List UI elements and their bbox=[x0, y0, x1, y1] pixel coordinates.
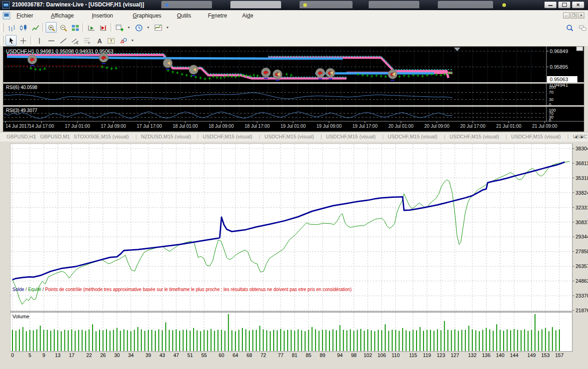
child-restore-button[interactable]: ❐ bbox=[570, 12, 577, 18]
svg-text:20 Jul 09:00: 20 Jul 09:00 bbox=[424, 124, 450, 129]
zoom-out-button[interactable] bbox=[58, 22, 69, 33]
text-label-icon: T bbox=[107, 37, 115, 45]
menu-outils[interactable]: Outils bbox=[174, 12, 194, 19]
svg-text:RSI(6) 40.0598: RSI(6) 40.0598 bbox=[6, 85, 37, 90]
periods-clock-button[interactable] bbox=[133, 22, 144, 33]
chart-tab-1[interactable]: GBPUSD,M1 bbox=[40, 134, 70, 139]
svg-text:17: 17 bbox=[69, 352, 74, 358]
text-label-button[interactable]: T bbox=[106, 35, 117, 46]
tab-separator: | bbox=[506, 134, 507, 139]
svg-text:0.95063: 0.95063 bbox=[550, 77, 568, 82]
menu-fenetre[interactable]: Fenetre bbox=[205, 12, 229, 19]
svg-text:5: 5 bbox=[29, 352, 31, 358]
indicators-button[interactable] bbox=[153, 22, 164, 33]
price-chart-canvas[interactable]: USDCHF,H1 0.94981 0.95098 0.94931 0.9506… bbox=[3, 47, 584, 131]
svg-text:18 Jul 09:00: 18 Jul 09:00 bbox=[209, 124, 234, 129]
svg-text:115: 115 bbox=[409, 352, 417, 358]
tester-panel: Testeur Solde / Equité / Points de contr… bbox=[0, 142, 588, 369]
line-chart-icon bbox=[31, 24, 39, 32]
svg-text:123: 123 bbox=[437, 352, 445, 358]
fibonacci-button[interactable]: F bbox=[82, 35, 93, 46]
crosshair-button[interactable] bbox=[18, 35, 29, 46]
line-chart-button[interactable] bbox=[29, 22, 41, 33]
svg-text:38304: 38304 bbox=[576, 146, 588, 151]
svg-text:136: 136 bbox=[482, 352, 490, 358]
chart-tab-4[interactable]: USDCHF,M15 (visual) bbox=[203, 134, 253, 139]
new-chart-button[interactable] bbox=[114, 22, 125, 33]
chart-tab-9[interactable]: USDCHF,M15 (visual) bbox=[511, 134, 561, 139]
chart-tab-7[interactable]: USDCHF,M15 (visual) bbox=[388, 134, 438, 139]
tester-graph-canvas[interactable]: Volume3830436811353183382432331308372934… bbox=[10, 143, 588, 358]
zoom-in-icon bbox=[47, 24, 55, 32]
periods-clock-dropdown-icon[interactable]: ▼ bbox=[145, 22, 151, 33]
svg-text:153: 153 bbox=[541, 352, 550, 358]
menu-aide[interactable]: Aide bbox=[240, 12, 256, 19]
indicators-dropdown-icon[interactable]: ▼ bbox=[165, 22, 171, 33]
search-button[interactable] bbox=[564, 22, 575, 33]
menu-insertion[interactable]: Insertion bbox=[89, 12, 116, 19]
svg-text:E: E bbox=[76, 42, 78, 45]
maximize-button[interactable] bbox=[558, 1, 570, 8]
periods-clock-icon bbox=[135, 24, 143, 32]
candlestick-chart-icon bbox=[19, 24, 27, 32]
chart-tab-0[interactable]: GBPUSD,H1 bbox=[6, 134, 36, 139]
auto-scroll-button[interactable] bbox=[86, 22, 97, 33]
chart-tab-8[interactable]: USDCHF,M15 (visual) bbox=[449, 134, 499, 139]
child-close-button[interactable]: ✕ bbox=[578, 12, 584, 18]
svg-text:102: 102 bbox=[364, 352, 372, 358]
close-button[interactable]: ✕ bbox=[572, 1, 584, 8]
horizontal-line-button[interactable] bbox=[46, 35, 57, 46]
vertical-line-icon bbox=[35, 37, 43, 45]
svg-text:9: 9 bbox=[42, 352, 45, 358]
tile-windows-icon bbox=[71, 24, 79, 32]
zoom-out-icon bbox=[59, 24, 67, 32]
svg-text:14 Jul 17:00: 14 Jul 17:00 bbox=[29, 124, 54, 129]
svg-text:30: 30 bbox=[549, 97, 553, 102]
vertical-line-button[interactable] bbox=[34, 35, 45, 46]
svg-text:0.95895: 0.95895 bbox=[550, 64, 568, 70]
title-bar: 2100036787: Darwinex-Live - [USDCHF,H1 (… bbox=[0, 0, 588, 10]
shapes-dropdown-icon[interactable]: ▼ bbox=[129, 35, 135, 46]
indicators-icon bbox=[154, 24, 162, 32]
svg-text:140: 140 bbox=[496, 352, 504, 358]
toolbar-drawing: EFAT▼ bbox=[0, 34, 588, 47]
menu-fichier[interactable]: Fichier bbox=[14, 12, 36, 19]
svg-text:30: 30 bbox=[114, 352, 120, 358]
new-chart-dropdown-icon[interactable]: ▼ bbox=[126, 22, 132, 33]
svg-text:20 Jul 01:00: 20 Jul 01:00 bbox=[388, 124, 414, 129]
svg-text:RSI(3) 49.3077: RSI(3) 49.3077 bbox=[6, 108, 37, 113]
tab-separator: | bbox=[567, 134, 569, 139]
equidistant-channel-button[interactable]: E bbox=[70, 35, 81, 46]
menu-affichage[interactable]: Affichage bbox=[48, 12, 76, 19]
svg-text:43: 43 bbox=[159, 352, 165, 358]
trendline-button[interactable] bbox=[58, 35, 69, 46]
svg-text:98: 98 bbox=[351, 352, 357, 358]
chart-tab-2[interactable]: STOXX50E,M15 (visual) bbox=[74, 134, 129, 139]
chart-tab-6[interactable]: USDCHF,M15 (visual) bbox=[326, 134, 376, 139]
zoom-in-button[interactable] bbox=[46, 22, 57, 33]
child-minimize-button[interactable]: – bbox=[563, 12, 570, 18]
minimize-button[interactable] bbox=[544, 1, 557, 8]
shapes-button[interactable] bbox=[118, 35, 129, 46]
chart-shift-button[interactable] bbox=[98, 22, 109, 33]
svg-text:17 Jul 01:00: 17 Jul 01:00 bbox=[65, 124, 90, 129]
svg-text:72: 72 bbox=[260, 352, 266, 358]
chart-tab-10[interactable]: USDC bbox=[573, 134, 587, 139]
mt4-window: { "window": { "title": "2100036787: Darw… bbox=[0, 0, 588, 369]
text-button[interactable]: A bbox=[94, 35, 105, 46]
chat-icon bbox=[579, 24, 587, 32]
chat-button[interactable] bbox=[577, 22, 588, 33]
svg-text:T: T bbox=[110, 38, 112, 43]
svg-text:0: 0 bbox=[549, 118, 551, 123]
svg-text:21 Jul 01:00: 21 Jul 01:00 bbox=[496, 124, 522, 129]
chart-tab-5[interactable]: USDCHF,M15 (visual) bbox=[265, 134, 314, 139]
bar-chart-button[interactable] bbox=[6, 22, 17, 33]
fibonacci-icon: F bbox=[83, 37, 91, 45]
tester-legend: Solde / Equité / Points de contrôle (mét… bbox=[12, 287, 352, 292]
menu-graphiques[interactable]: Graphiques bbox=[130, 12, 164, 19]
candlestick-chart-button[interactable] bbox=[18, 22, 29, 33]
cursor-button[interactable] bbox=[6, 35, 17, 46]
svg-text:26357: 26357 bbox=[576, 263, 588, 269]
tile-windows-button[interactable] bbox=[70, 22, 81, 33]
chart-tab-3[interactable]: NZDUSD,M15 (visual) bbox=[141, 134, 191, 139]
